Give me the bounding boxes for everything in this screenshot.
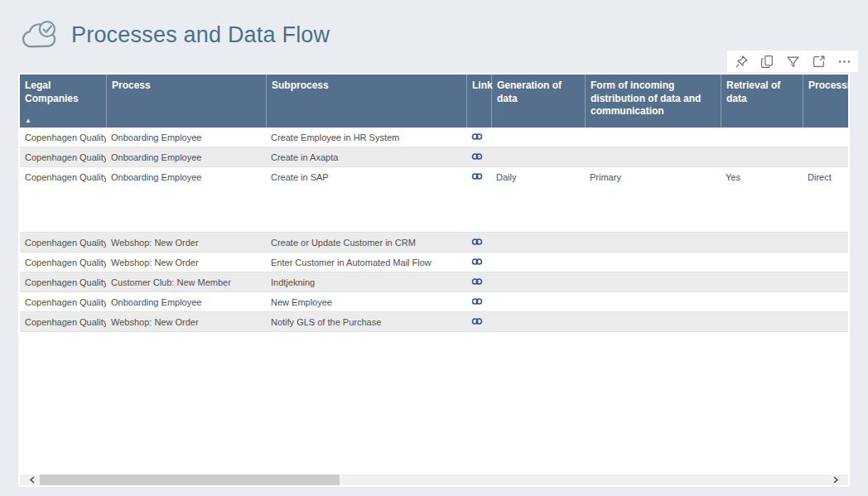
cell-subprocess: Create Employee in HR System <box>266 128 466 143</box>
table-row[interactable]: Copenhagen QualityWebshop: New OrderNoti… <box>20 312 848 332</box>
column-header-process[interactable]: Process <box>106 75 266 128</box>
scrollbar-thumb[interactable] <box>40 474 340 485</box>
filter-icon[interactable] <box>784 52 802 70</box>
cell-generation <box>491 253 585 258</box>
cell-legal-company: Copenhagen Quality <box>20 272 106 288</box>
link-icon <box>471 238 483 246</box>
cell-form <box>585 272 721 277</box>
cell-generation <box>491 312 585 317</box>
column-header-generation-of-data[interactable]: Generation of data <box>491 75 585 128</box>
report-header: Processes and Data Flow <box>18 18 330 51</box>
cell-subprocess: Create in SAP <box>266 167 466 183</box>
column-label: Retrieval of data <box>726 79 780 104</box>
column-header-subprocess[interactable]: Subprocess <box>266 75 466 128</box>
table-row[interactable]: Copenhagen QualityCustomer Club: New Mem… <box>20 272 848 292</box>
cell-process: Onboarding Employee <box>106 147 266 163</box>
focus-mode-icon[interactable] <box>809 52 827 70</box>
cell-legal-company: Copenhagen Quality <box>20 292 106 308</box>
cell-subprocess: Create in Axapta <box>266 147 466 163</box>
column-header-form-of-incoming-distributio[interactable]: Form of incoming distribution of data an… <box>585 75 721 128</box>
cell-form <box>585 128 721 132</box>
cell-form <box>585 292 721 297</box>
cell-processing <box>803 272 848 277</box>
cell-retrieval <box>721 147 803 152</box>
cell-generation <box>491 272 585 277</box>
column-header-link[interactable]: Link <box>466 75 491 128</box>
table-row[interactable]: Copenhagen QualityWebshop: New OrderEnte… <box>20 253 848 272</box>
link-cell[interactable] <box>466 292 491 306</box>
link-icon <box>471 172 483 181</box>
column-label: Subprocess <box>272 79 329 91</box>
cell-subprocess: New Employee <box>266 292 466 308</box>
pin-icon[interactable] <box>732 52 750 70</box>
cell-retrieval <box>721 312 803 317</box>
table-header: Legal Companies▲ProcessSubprocessLinkGen… <box>20 75 848 128</box>
column-label: Generation of data <box>497 79 562 104</box>
table-row[interactable]: Copenhagen QualityWebshop: New OrderCrea… <box>20 233 848 253</box>
table-row[interactable]: Copenhagen QualityOnboarding EmployeeCre… <box>20 147 848 167</box>
cell-subprocess: Notify GLS of the Purchase <box>266 312 466 328</box>
cell-process: Webshop: New Order <box>106 253 266 268</box>
sort-ascending-icon: ▲ <box>25 118 31 124</box>
cell-subprocess: Create or Update Customer in CRM <box>266 233 466 248</box>
link-icon <box>471 277 483 286</box>
link-cell[interactable] <box>466 233 491 246</box>
copy-icon[interactable] <box>758 52 776 70</box>
cell-generation <box>491 233 585 238</box>
cell-processing: Direct <box>803 167 848 183</box>
more-options-icon[interactable] <box>835 52 853 70</box>
cell-process: Onboarding Employee <box>106 292 266 308</box>
cell-generation <box>491 128 585 132</box>
table-row[interactable]: Copenhagen QualityOnboarding EmployeeNew… <box>20 292 848 312</box>
cell-processing <box>803 253 848 258</box>
scroll-left-icon[interactable] <box>25 474 40 485</box>
table-row[interactable]: Copenhagen QualityOnboarding EmployeeCre… <box>20 167 848 233</box>
column-header-processing[interactable]: Processing <box>803 75 848 128</box>
cell-process: Onboarding Employee <box>106 128 266 143</box>
cell-retrieval <box>721 253 803 258</box>
cell-process: Webshop: New Order <box>106 312 266 328</box>
cell-processing <box>803 292 848 297</box>
link-cell[interactable] <box>466 253 491 266</box>
cell-retrieval <box>721 233 803 238</box>
table-row[interactable]: Copenhagen QualityOnboarding EmployeeCre… <box>20 128 848 147</box>
link-icon <box>471 258 483 266</box>
link-cell[interactable] <box>466 272 491 286</box>
cell-processing <box>803 312 848 317</box>
scroll-right-icon[interactable] <box>828 474 843 485</box>
link-icon <box>471 317 483 325</box>
cell-legal-company: Copenhagen Quality <box>20 233 106 248</box>
column-header-retrieval-of-data[interactable]: Retrieval of data <box>721 75 803 128</box>
link-cell[interactable] <box>466 128 491 141</box>
cell-process: Customer Club: New Member <box>106 272 266 288</box>
table-body: Copenhagen QualityOnboarding EmployeeCre… <box>20 128 848 332</box>
column-header-legal-companies[interactable]: Legal Companies▲ <box>20 75 106 128</box>
table-visual-panel: Legal Companies▲ProcessSubprocessLinkGen… <box>18 73 850 487</box>
cell-form <box>585 253 721 258</box>
cell-form <box>585 233 721 238</box>
table: Legal Companies▲ProcessSubprocessLinkGen… <box>20 75 848 332</box>
cell-legal-company: Copenhagen Quality <box>20 167 106 183</box>
link-cell[interactable] <box>466 312 491 325</box>
cell-retrieval <box>721 272 803 277</box>
cell-processing <box>803 128 848 132</box>
link-icon <box>471 132 483 141</box>
cell-processing <box>803 233 848 238</box>
column-label: Link <box>472 79 493 91</box>
page-title: Processes and Data Flow <box>71 22 330 48</box>
link-cell[interactable] <box>466 167 491 181</box>
cell-form <box>585 147 721 152</box>
cell-legal-company: Copenhagen Quality <box>20 147 106 163</box>
horizontal-scrollbar[interactable] <box>20 474 848 485</box>
column-label: Process <box>112 79 151 91</box>
column-label: Form of incoming distribution of data an… <box>591 79 701 117</box>
link-cell[interactable] <box>466 147 491 161</box>
cell-retrieval <box>721 128 803 132</box>
cell-legal-company: Copenhagen Quality <box>20 128 106 143</box>
link-icon <box>471 152 483 161</box>
cell-process: Onboarding Employee <box>106 167 266 183</box>
cell-subprocess: Indtjekning <box>266 272 466 288</box>
cell-retrieval: Yes <box>721 167 803 183</box>
cell-form <box>585 312 721 317</box>
link-icon <box>471 297 483 306</box>
